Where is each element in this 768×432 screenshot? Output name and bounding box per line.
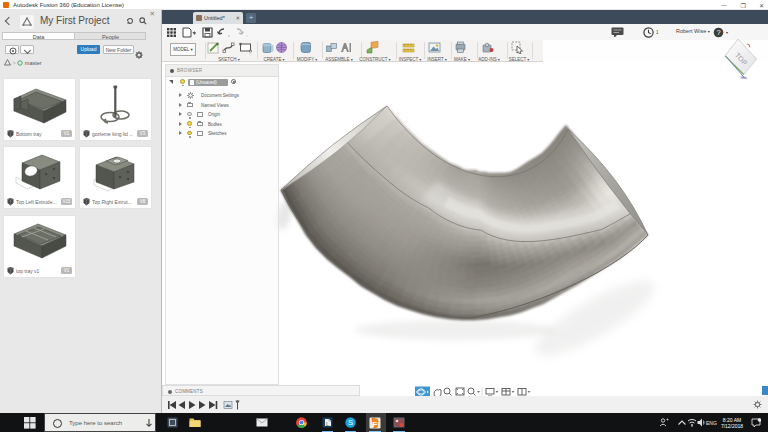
svg-text:F: F	[372, 420, 377, 429]
svg-text:7/12/2018: 7/12/2018	[721, 423, 743, 429]
svg-text:L: L	[326, 421, 329, 427]
svg-text:S: S	[348, 418, 353, 427]
